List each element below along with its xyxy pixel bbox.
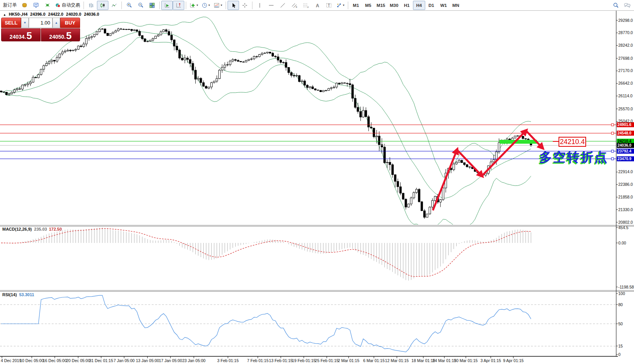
y-axis-tick: 26642.0 xyxy=(618,81,633,85)
volume-increase-button[interactable]: ▲ xyxy=(52,18,60,28)
date-axis-tick: 12 Mar 01:15 xyxy=(385,358,409,363)
cursor-icon xyxy=(231,3,236,8)
price-axis[interactable]: 24901.624548.024210.424036.023792.423470… xyxy=(616,0,634,364)
y-axis-tick: 21330.0 xyxy=(618,207,633,212)
date-axis-tick: 25 Feb 01:15 xyxy=(315,358,339,363)
zoom-in-button[interactable] xyxy=(123,1,135,10)
buy-label: BUY xyxy=(65,20,75,26)
date-axis-tick: 31 Dec 01:15 xyxy=(89,358,113,363)
zoom-in-icon xyxy=(126,2,132,8)
autotrade-label: 自动交易 xyxy=(62,2,80,8)
y-axis-tick: 27698.0 xyxy=(618,56,633,61)
timeframe-d1-button[interactable]: D1 xyxy=(425,1,437,10)
date-axis-tick: 3 Apr 01:15 xyxy=(480,358,501,363)
turning-point-text: 多空转折点 xyxy=(539,150,608,164)
auto-scroll-button[interactable] xyxy=(161,1,173,10)
date-axis-tick: 20 Dec 05:00 xyxy=(66,358,90,363)
autotrade-icon xyxy=(55,3,61,8)
search-button[interactable] xyxy=(610,1,621,10)
text-label-button[interactable]: T xyxy=(323,1,334,10)
macd-main-value: 235.03 xyxy=(34,227,47,231)
bar-chart-button[interactable] xyxy=(85,1,97,10)
line-chart-button[interactable] xyxy=(108,1,120,10)
buy-button[interactable]: BUY xyxy=(60,18,80,28)
ohlc-open: 24396.0 xyxy=(30,12,46,16)
date-axis-tick: 23 Jan 05:00 xyxy=(182,358,206,363)
zoom-out-button[interactable] xyxy=(135,1,146,10)
ohlc-high: 24422.0 xyxy=(48,12,64,16)
horizontal-line-button[interactable] xyxy=(265,1,277,10)
indicators-button[interactable]: ▾ xyxy=(188,1,200,10)
templates-button[interactable]: ▾ xyxy=(212,1,224,10)
templates-icon xyxy=(214,3,220,8)
date-axis-tick: 30 Mar 01:15 xyxy=(454,358,478,363)
toolbar-separator xyxy=(348,2,348,9)
collapse-triangle-icon[interactable]: ▲ xyxy=(3,13,6,16)
cursor-button[interactable] xyxy=(228,1,239,10)
volume-input[interactable] xyxy=(29,18,52,28)
timeframe-h1-button[interactable]: H1 xyxy=(401,1,413,10)
chart-area[interactable] xyxy=(0,0,634,364)
timeframe-m5-button[interactable]: M5 xyxy=(362,1,374,10)
price-callout-text: 24210.4 xyxy=(560,138,585,146)
indicators-icon xyxy=(190,3,195,8)
profile-chart-button[interactable] xyxy=(30,1,42,10)
y-axis-tick: 28770.0 xyxy=(618,30,633,35)
price-badge: 23470.9 xyxy=(617,156,634,161)
new-order-button[interactable]: 新订单 xyxy=(1,1,19,10)
bar-chart-icon xyxy=(88,3,94,8)
price-callout[interactable]: 24210.4 xyxy=(559,137,586,147)
periods-button[interactable]: ▾ xyxy=(200,1,212,10)
svg-text:E: E xyxy=(296,6,297,8)
macd-signal-value: 172.50 xyxy=(49,227,62,231)
buy-price-box[interactable]: 24050.5 xyxy=(41,28,80,41)
toolbar-separator xyxy=(186,2,186,9)
signal-button[interactable] xyxy=(42,1,53,10)
timeframe-label: W1 xyxy=(440,3,447,8)
new-chart-button[interactable] xyxy=(19,1,30,10)
crosshair-button[interactable] xyxy=(239,1,251,10)
trendline-button[interactable] xyxy=(277,1,288,10)
y-axis-tick: -1198.58 xyxy=(618,285,634,289)
price-badge: 24036.0 xyxy=(617,143,634,148)
sell-price-box[interactable]: 24034.5 xyxy=(1,28,41,41)
autotrade-button[interactable]: 自动交易 xyxy=(53,1,82,10)
y-axis-tick: 21858.0 xyxy=(618,195,633,199)
date-axis-tick: 18 Mar 01:15 xyxy=(411,358,435,363)
timeframe-label: M1 xyxy=(353,3,359,8)
chat-button[interactable] xyxy=(621,1,633,10)
turning-point-annotation[interactable]: 多空转折点 xyxy=(539,149,608,166)
toolbar-separator xyxy=(84,2,84,9)
date-axis[interactable]: 4 Dec 201910 Dec 05:0016 Dec 05:0020 Dec… xyxy=(0,357,634,364)
sell-button[interactable]: SELL xyxy=(1,18,21,28)
timeframe-label: H4 xyxy=(416,3,422,8)
horizontal-line-icon xyxy=(269,3,274,8)
timeframe-m15-button[interactable]: M15 xyxy=(374,1,387,10)
svg-text:A: A xyxy=(316,3,319,8)
timeframe-m1-button[interactable]: M1 xyxy=(350,1,362,10)
chart-shift-icon xyxy=(176,3,182,8)
fibonacci-button[interactable]: F xyxy=(300,1,311,10)
timeframe-h4-button[interactable]: H4 xyxy=(413,1,425,10)
profile-chart-icon xyxy=(33,3,39,8)
equidistant-channel-icon: E xyxy=(292,3,297,8)
arrows-button[interactable]: ▾ xyxy=(334,1,346,10)
timeframe-mn-button[interactable]: MN xyxy=(450,1,462,10)
text-button[interactable]: A xyxy=(311,1,323,10)
svg-text:F: F xyxy=(307,6,309,8)
vertical-line-button[interactable] xyxy=(254,1,265,10)
search-icon xyxy=(613,2,619,8)
chart-shift-button[interactable] xyxy=(173,1,184,10)
symbol-period-label: HK50-,H4 xyxy=(9,12,28,16)
candlestick-chart-button[interactable] xyxy=(97,1,108,10)
tile-windows-button[interactable] xyxy=(146,1,158,10)
timeframe-label: D1 xyxy=(428,3,434,8)
timeframe-w1-button[interactable]: W1 xyxy=(437,1,450,10)
timeframe-m30-button[interactable]: M30 xyxy=(387,1,400,10)
volume-decrease-button[interactable]: ▼ xyxy=(21,18,29,28)
equidistant-channel-button[interactable]: E xyxy=(288,1,300,10)
zoom-out-icon xyxy=(138,2,144,8)
rsi-value: 53.3011 xyxy=(19,292,34,297)
y-axis-tick: 15 xyxy=(618,344,623,348)
y-axis-tick: 0.00 xyxy=(618,241,626,245)
